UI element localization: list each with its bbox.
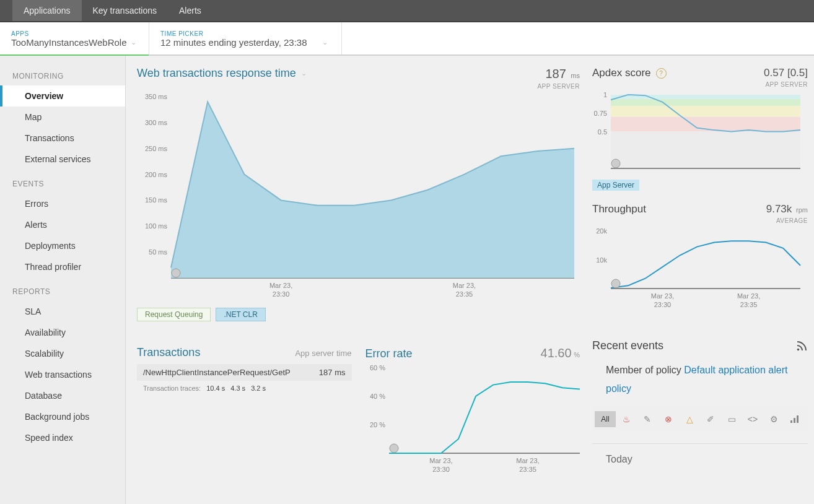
tab-applications[interactable]: Applications <box>12 0 82 21</box>
filter-monitor-icon[interactable]: ▭ <box>721 411 742 427</box>
filter-code-icon[interactable]: <> <box>742 411 763 427</box>
policy-prefix: Member of policy <box>606 365 684 375</box>
svg-point-39 <box>611 279 620 288</box>
error-rate-chart[interactable]: 20 %40 %60 %Mar 23,23:30Mar 23,23:35 <box>365 365 582 477</box>
filter-all[interactable]: All <box>595 411 616 427</box>
apdex-sub: APP SERVER <box>765 81 808 88</box>
apdex-pill[interactable]: App Server <box>592 180 639 191</box>
app-selector-value: TooManyInstancesWebRole <box>11 37 127 48</box>
svg-text:1: 1 <box>603 92 607 98</box>
sidebar-item-external-services[interactable]: External services <box>0 149 125 170</box>
response-time-sub: APP SERVER <box>537 83 580 90</box>
tab-key-transactions[interactable]: Key transactions <box>82 0 168 21</box>
svg-text:250 ms: 250 ms <box>145 145 168 152</box>
sidebar-item-background-jobs[interactable]: Background jobs <box>0 406 125 427</box>
filter-gear-icon[interactable]: ⚙ <box>763 411 784 427</box>
legend-request-queuing[interactable]: Request Queuing <box>137 308 211 321</box>
svg-text:Mar 23,: Mar 23, <box>429 457 452 464</box>
transactions-panel: Transactions App server time /NewHttpCli… <box>137 346 352 477</box>
sidebar-item-alerts[interactable]: Alerts <box>0 214 125 235</box>
time-picker-label: TIME PICKER <box>160 30 328 37</box>
throughput-title: Throughput <box>592 203 646 215</box>
help-icon[interactable]: ? <box>656 68 667 79</box>
traces-label: Transaction traces: <box>143 385 201 392</box>
transaction-name: /NewHttpClientInstancePerRequest/GetP <box>143 368 291 377</box>
svg-text:350 ms: 350 ms <box>145 94 168 100</box>
response-time-value: 187 <box>545 67 566 80</box>
apdex-chart[interactable]: 0.50.751 <box>592 92 803 176</box>
svg-text:0.5: 0.5 <box>598 128 607 136</box>
response-time-chart[interactable]: 50 ms100 ms150 ms200 ms250 ms300 ms350 m… <box>137 94 577 302</box>
top-tab-bar: Applications Key transactions Alerts <box>0 0 814 22</box>
throughput-chart[interactable]: 10k20kMar 23,23:30Mar 23,23:35 <box>592 228 803 312</box>
svg-rect-41 <box>790 420 792 423</box>
sidebar-item-database[interactable]: Database <box>0 385 125 406</box>
svg-text:0.75: 0.75 <box>594 110 607 117</box>
error-rate-unit: % <box>574 351 580 358</box>
filter-error-icon[interactable]: ⊗ <box>658 411 679 427</box>
svg-point-40 <box>797 348 800 350</box>
filter-bars-icon[interactable] <box>784 411 805 427</box>
svg-text:Mar 23,: Mar 23, <box>516 457 539 464</box>
svg-rect-24 <box>611 106 800 117</box>
trace-1[interactable]: 4.3 s <box>230 385 245 392</box>
filter-fire-icon[interactable]: ♨ <box>616 411 637 427</box>
tab-alerts[interactable]: Alerts <box>168 0 212 21</box>
filter-eraser-icon[interactable]: ✎ <box>637 411 658 427</box>
sidebar-item-thread-profiler[interactable]: Thread profiler <box>0 256 125 277</box>
sidebar-item-map[interactable]: Map <box>0 106 125 128</box>
sidebar-item-scalability[interactable]: Scalability <box>0 343 125 364</box>
svg-text:300 ms: 300 ms <box>145 119 168 126</box>
recent-events-title: Recent events <box>592 339 663 352</box>
filter-note-icon[interactable]: ✐ <box>700 411 721 427</box>
svg-rect-43 <box>797 415 799 423</box>
sidebar-item-deployments[interactable]: Deployments <box>0 235 125 256</box>
throughput-unit: rpm <box>796 206 808 214</box>
breadcrumb-strip: APPS TooManyInstancesWebRole⌄ TIME PICKE… <box>0 22 814 56</box>
app-selector[interactable]: APPS TooManyInstancesWebRole⌄ <box>0 22 149 54</box>
svg-text:40 %: 40 % <box>369 393 385 400</box>
svg-text:23:35: 23:35 <box>519 466 536 473</box>
rss-icon[interactable] <box>795 340 808 352</box>
filter-warn-icon[interactable]: △ <box>679 411 700 427</box>
chevron-down-icon: ⌄ <box>301 69 307 77</box>
sidebar-item-overview[interactable]: Overview <box>0 85 125 106</box>
sidebar: MONITORING Overview Map Transactions Ext… <box>0 56 126 504</box>
svg-text:23:30: 23:30 <box>273 290 290 298</box>
svg-point-21 <box>390 444 398 453</box>
throughput-value: 9.73k <box>766 203 792 215</box>
transaction-row[interactable]: /NewHttpClientInstancePerRequest/GetP 18… <box>137 364 352 381</box>
sidebar-item-errors[interactable]: Errors <box>0 193 125 214</box>
sidebar-item-availability[interactable]: Availability <box>0 322 125 343</box>
time-picker-value: 12 minutes ending yesterday, 23:38 <box>160 37 307 48</box>
event-filter-strip: All ♨ ✎ ⊗ △ ✐ ▭ <> ⚙ <box>592 407 808 431</box>
svg-text:50 ms: 50 ms <box>149 248 167 256</box>
legend-net-clr[interactable]: .NET CLR <box>216 308 265 321</box>
sidebar-item-sla[interactable]: SLA <box>0 301 125 322</box>
chevron-down-icon: ⌄ <box>131 38 136 46</box>
sidebar-item-web-transactions[interactable]: Web transactions <box>0 364 125 385</box>
error-rate-panel: Error rate 41.60 % 20 %40 %60 %Mar 23,23… <box>365 346 580 477</box>
svg-text:Mar 23,: Mar 23, <box>737 292 760 300</box>
transaction-time: 187 ms <box>319 368 346 377</box>
svg-point-12 <box>172 269 180 277</box>
svg-text:150 ms: 150 ms <box>145 196 168 204</box>
error-rate-value: 41.60 <box>541 346 572 360</box>
trace-2[interactable]: 3.2 s <box>251 385 266 392</box>
sidebar-item-transactions[interactable]: Transactions <box>0 128 125 149</box>
svg-point-31 <box>611 159 620 168</box>
apdex-title: Apdex score <box>592 67 651 79</box>
trace-0[interactable]: 10.4 s <box>206 385 225 392</box>
svg-text:20k: 20k <box>596 228 607 235</box>
sidebar-item-speed-index[interactable]: Speed index <box>0 427 125 448</box>
time-picker[interactable]: TIME PICKER 12 minutes ending yesterday,… <box>149 22 342 54</box>
error-rate-title: Error rate <box>365 347 413 360</box>
apdex-value: 0.57 [0.5] <box>764 67 808 79</box>
svg-rect-42 <box>794 418 795 423</box>
svg-rect-23 <box>611 99 800 106</box>
svg-text:10k: 10k <box>596 256 607 264</box>
response-time-title[interactable]: Web transactions response time ⌄ <box>137 67 307 80</box>
chevron-down-icon: ⌄ <box>322 38 328 46</box>
svg-text:23:30: 23:30 <box>654 301 672 308</box>
svg-text:23:30: 23:30 <box>432 466 450 473</box>
